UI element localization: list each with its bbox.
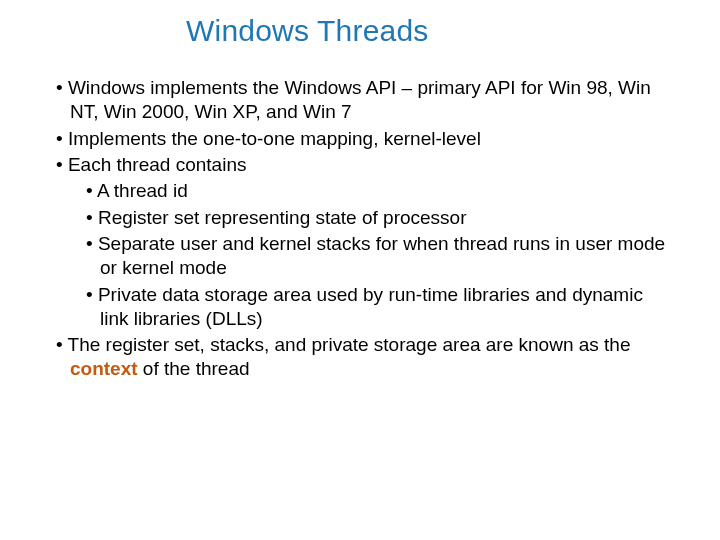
context-pre: The register set, stacks, and private st…: [68, 334, 631, 355]
bullet-stacks: Separate user and kernel stacks for when…: [44, 232, 676, 281]
bullet-private-storage: Private data storage area used by run-ti…: [44, 283, 676, 332]
slide: Windows Threads Windows implements the W…: [0, 0, 720, 540]
context-post: of the thread: [138, 358, 250, 379]
bullet-register-set: Register set representing state of proce…: [44, 206, 676, 230]
bullet-mapping: Implements the one-to-one mapping, kerne…: [44, 127, 676, 151]
slide-body: Windows implements the Windows API – pri…: [44, 76, 676, 382]
slide-title: Windows Threads: [44, 14, 676, 48]
bullet-contains: Each thread contains: [44, 153, 676, 177]
context-highlight: context: [70, 358, 138, 379]
bullet-context: The register set, stacks, and private st…: [44, 333, 676, 382]
bullet-thread-id: A thread id: [44, 179, 676, 203]
bullet-api: Windows implements the Windows API – pri…: [44, 76, 676, 125]
